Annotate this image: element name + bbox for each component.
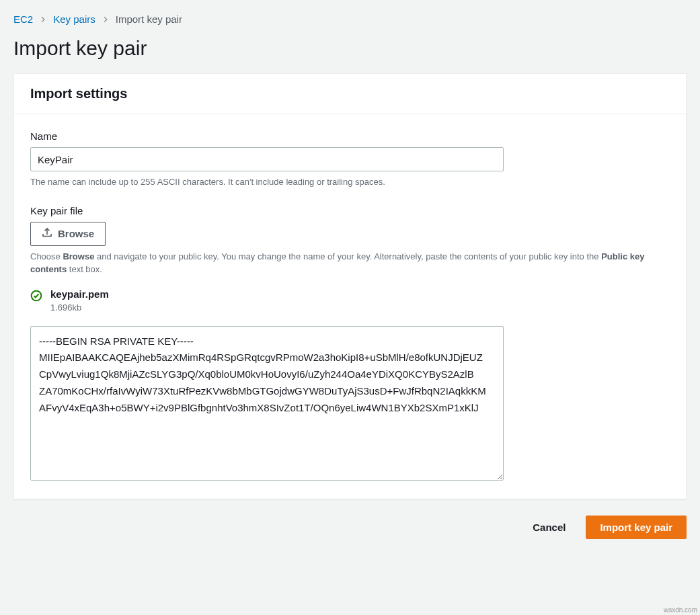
file-field-group: Key pair file Browse Choose Browse and n… — [30, 205, 670, 483]
name-label: Name — [30, 130, 670, 142]
panel-title: Import settings — [30, 86, 670, 101]
breadcrumb: EC2 Key pairs Import key pair — [13, 13, 687, 25]
import-key-pair-button[interactable]: Import key pair — [586, 516, 687, 539]
uploaded-file-status: keypair.pem 1.696kb — [30, 288, 670, 313]
breadcrumb-current: Import key pair — [116, 13, 182, 25]
footer-actions: Cancel Import key pair — [13, 516, 687, 539]
page-title: Import key pair — [13, 37, 687, 60]
breadcrumb-link-keypairs[interactable]: Key pairs — [53, 13, 95, 25]
breadcrumb-link-ec2[interactable]: EC2 — [13, 13, 33, 25]
public-key-contents-textarea[interactable] — [30, 326, 504, 481]
name-field-group: Name The name can include up to 255 ASCI… — [30, 130, 670, 189]
cancel-button[interactable]: Cancel — [524, 516, 574, 538]
upload-icon — [42, 227, 52, 240]
uploaded-filesize: 1.696kb — [50, 302, 109, 313]
chevron-right-icon — [102, 16, 109, 23]
panel-body: Name The name can include up to 255 ASCI… — [14, 114, 686, 499]
check-circle-icon — [30, 290, 42, 304]
uploaded-filename: keypair.pem — [50, 288, 109, 300]
import-settings-panel: Import settings Name The name can includ… — [13, 73, 687, 499]
file-help-text: Choose Browse and navigate to your publi… — [30, 250, 670, 276]
browse-button-label: Browse — [58, 228, 94, 239]
file-label: Key pair file — [30, 205, 670, 216]
panel-header: Import settings — [14, 74, 686, 114]
chevron-right-icon — [40, 16, 46, 23]
name-help-text: The name can include up to 255 ASCII cha… — [30, 175, 670, 189]
browse-button[interactable]: Browse — [30, 222, 106, 246]
name-input[interactable] — [30, 147, 504, 171]
